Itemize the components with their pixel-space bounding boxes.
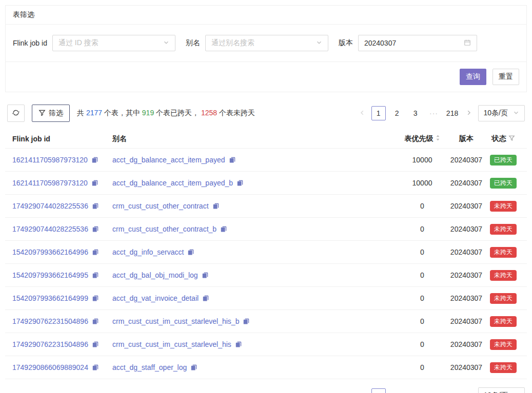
version-label: 版本	[339, 38, 353, 48]
status-badge: 未跨天	[490, 224, 517, 235]
copy-icon[interactable]	[229, 156, 236, 163]
alias-link[interactable]: acct_dg_balance_acct_item_payed_b	[112, 179, 233, 187]
summary-mid1: 个表，其中	[102, 109, 142, 117]
copy-icon[interactable]	[202, 272, 209, 279]
table-body: 1621411705987973120 acct_dg_balance_acct…	[5, 149, 527, 379]
flink-job-id-link[interactable]: 1749290762231504896	[12, 317, 88, 325]
copy-icon[interactable]	[212, 202, 220, 210]
page-button[interactable]: 218	[445, 388, 460, 393]
refresh-button[interactable]	[7, 105, 25, 122]
copy-icon[interactable]	[235, 341, 242, 348]
page-size-select[interactable]: 10条/页	[478, 387, 525, 393]
alias-link[interactable]: acct_dg_bal_obj_modi_log	[112, 271, 198, 279]
flink-job-id-link[interactable]: 1621411705987973120	[12, 156, 88, 164]
page-button[interactable]: 2	[390, 388, 404, 393]
sorter-icon[interactable]	[436, 134, 440, 143]
alias-link[interactable]: acct_dg_staff_oper_log	[112, 363, 187, 371]
flink-job-id-cell: 1542097993662164999	[12, 294, 112, 302]
page-button[interactable]: 1	[371, 388, 386, 393]
copy-icon[interactable]	[237, 179, 244, 187]
copy-icon[interactable]	[92, 202, 99, 210]
flink-job-id-cell: 1749290762231504896	[12, 340, 112, 348]
copy-icon[interactable]	[92, 249, 99, 256]
alias-link[interactable]: crm_cust_cust_other_contract	[112, 202, 209, 210]
next-page-button[interactable]	[464, 110, 474, 117]
status-cell: 未跨天	[487, 339, 520, 350]
copy-icon[interactable]	[92, 318, 99, 325]
filter-actions: 查询 重置	[6, 62, 526, 92]
page-list: 1 2 3 ··· 218	[371, 388, 460, 393]
version-cell: 20240307	[446, 225, 487, 233]
flink-job-id-field: Flink job id 通过 ID 搜索	[13, 35, 175, 51]
copy-icon[interactable]	[92, 295, 99, 302]
page-button[interactable]: 3	[408, 388, 423, 393]
page-button[interactable]: 3	[408, 106, 423, 120]
reset-button[interactable]: 重置	[492, 69, 519, 85]
filter-toggle-button[interactable]: 筛选	[32, 105, 70, 122]
page-button[interactable]: 2	[390, 106, 404, 120]
alias-link[interactable]: acct_dg_vat_invoice_detail	[112, 294, 199, 302]
page-size-select[interactable]: 10条/页	[478, 105, 525, 121]
alias-cell: acct_dg_balance_acct_item_payed_b	[112, 179, 399, 187]
status-cell: 未跨天	[487, 270, 520, 281]
copy-icon[interactable]	[243, 318, 250, 325]
version-date-input[interactable]: 20240307	[358, 35, 477, 51]
flink-job-id-placeholder: 通过 ID 搜索	[58, 38, 98, 48]
alias-link[interactable]: acct_dg_balance_acct_item_payed	[112, 156, 225, 164]
copy-icon[interactable]	[91, 179, 98, 187]
flink-job-id-link[interactable]: 1542097993662164999	[12, 294, 88, 302]
summary-mid2: 个表已跨天，	[154, 109, 201, 117]
alias-cell: crm_cust_cust_other_contract_b	[112, 225, 399, 233]
table-row: 1749290762231504896 crm_cust_cust_im_cus…	[5, 333, 527, 356]
filter-row: Flink job id 通过 ID 搜索 别名 通过别名搜索	[6, 25, 526, 62]
alias-link[interactable]: crm_cust_cust_im_cust_starlevel_his	[112, 340, 231, 348]
table-row: 1542097993662164996 acct_dg_info_servacc…	[5, 241, 527, 264]
page-button[interactable]: ···	[427, 388, 441, 393]
status-badge: 未跨天	[490, 316, 517, 327]
column-header-status[interactable]: 状态	[487, 134, 520, 143]
query-button[interactable]: 查询	[460, 69, 486, 85]
flink-job-id-link[interactable]: 1749290744028225536	[12, 225, 88, 233]
priority-cell: 0	[399, 202, 446, 210]
table-row: 1542097993662164995 acct_dg_bal_obj_modi…	[5, 264, 527, 287]
uncrossed-count: 1258	[201, 109, 217, 117]
copy-icon[interactable]	[92, 341, 99, 348]
page-button[interactable]: 1	[371, 106, 386, 120]
copy-icon[interactable]	[220, 225, 227, 233]
filter-card: 表筛选 Flink job id 通过 ID 搜索 别名 通过别名搜索	[5, 5, 527, 92]
prev-page-button[interactable]	[357, 110, 367, 117]
copy-icon[interactable]	[202, 295, 209, 302]
copy-icon[interactable]	[92, 364, 99, 371]
copy-icon[interactable]	[190, 364, 198, 371]
chevron-down-icon	[513, 109, 519, 117]
status-cell: 未跨天	[487, 224, 520, 235]
flink-job-id-link[interactable]: 1542097993662164996	[12, 248, 88, 256]
copy-icon[interactable]	[92, 272, 99, 279]
flink-job-id-select[interactable]: 通过 ID 搜索	[52, 35, 175, 51]
summary-text: 共 2177 个表，其中 919 个表已跨天， 1258 个表未跨天	[77, 109, 255, 118]
table-row: 1621411705987973120 acct_dg_balance_acct…	[5, 172, 527, 195]
page-list: 1 2 3 ··· 218	[371, 106, 460, 120]
copy-icon[interactable]	[91, 156, 98, 163]
filter-funnel-icon[interactable]	[508, 135, 515, 143]
alias-link[interactable]: crm_cust_cust_im_cust_starlevel_his_b	[112, 317, 239, 325]
version-cell: 20240307	[446, 156, 487, 164]
alias-select[interactable]: 通过别名搜索	[205, 35, 328, 51]
chevron-left-icon	[359, 110, 365, 117]
flink-job-id-link[interactable]: 1621411705987973120	[12, 179, 88, 187]
flink-job-id-link[interactable]: 1542097993662164995	[12, 271, 88, 279]
page-button[interactable]: ···	[427, 106, 441, 120]
summary-prefix: 共	[77, 109, 86, 117]
flink-job-id-link[interactable]: 1749290762231504896	[12, 340, 88, 348]
copy-icon[interactable]	[92, 225, 99, 233]
column-header-priority[interactable]: 表优先级	[399, 134, 446, 143]
alias-link[interactable]: acct_dg_info_servacct	[112, 248, 184, 256]
flink-job-id-link[interactable]: 1749290866069889024	[12, 363, 88, 371]
version-cell: 20240307	[446, 271, 487, 279]
status-cell: 已跨天	[487, 155, 520, 166]
status-badge: 未跨天	[490, 293, 517, 304]
copy-icon[interactable]	[187, 249, 194, 256]
page-button[interactable]: 218	[445, 106, 460, 120]
alias-link[interactable]: crm_cust_cust_other_contract_b	[112, 225, 216, 233]
flink-job-id-link[interactable]: 1749290744028225536	[12, 202, 88, 210]
